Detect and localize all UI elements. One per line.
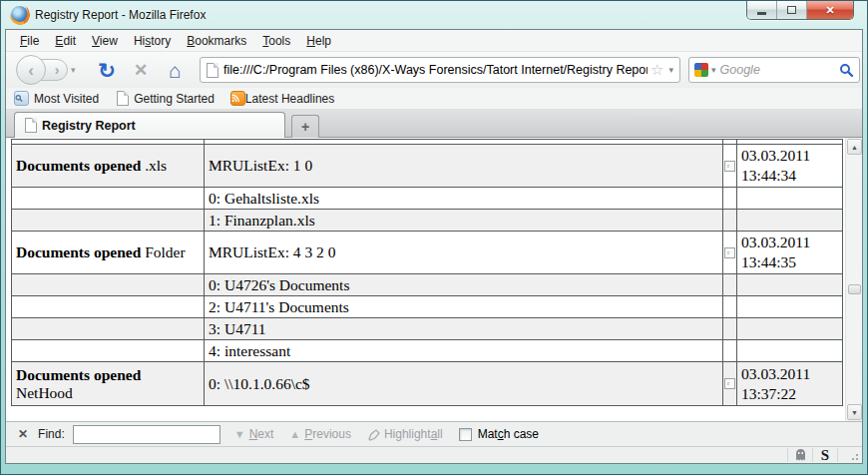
match-case-checkbox[interactable]	[459, 428, 472, 441]
row-label-rest: .xls	[145, 157, 167, 174]
bookmark-most-visited[interactable]: Most Visited	[14, 91, 99, 106]
menu-bookmarks[interactable]: Bookmarks	[179, 31, 254, 51]
menu-history[interactable]: History	[126, 31, 179, 51]
row-value-cell: MRUListEx: 1 0	[205, 145, 723, 188]
row-label-cell	[12, 274, 205, 296]
getting-started-icon	[117, 91, 129, 106]
minimize-button[interactable]	[747, 1, 777, 19]
bookmark-label: Most Visited	[34, 92, 99, 106]
window-controls: ✕	[746, 1, 854, 20]
row-label-cell: Documents opened Folder	[12, 232, 205, 274]
scroll-down-icon: ▼	[851, 409, 858, 416]
search-box: ▾	[688, 57, 860, 83]
row-date-cell	[737, 210, 843, 232]
row-value-cell: MRUListEx: 4 3 2 0	[205, 232, 723, 274]
find-next-button[interactable]: ▼ Next	[234, 427, 274, 441]
next-arrow-icon: ▼	[234, 428, 245, 440]
menu-bar: File Edit View History Bookmarks Tools H…	[6, 30, 862, 52]
find-close-icon[interactable]: ✕	[18, 427, 28, 441]
row-label-cell	[12, 188, 205, 210]
tab-label: Registry Report	[42, 119, 136, 133]
title-bar[interactable]: Registry Report - Mozilla Firefox ✕	[1, 1, 867, 29]
bookmark-label: Getting Started	[134, 92, 215, 106]
status-bar: S	[6, 446, 862, 463]
scrollbar-thumb[interactable]	[848, 284, 861, 294]
menu-label: ools	[268, 34, 290, 48]
back-icon: ‹	[28, 62, 34, 79]
browser-client-area: File Edit View History Bookmarks Tools H…	[5, 29, 863, 464]
firefox-icon[interactable]	[11, 6, 28, 23]
navigation-toolbar: ‹ › ▾ ↻ ✕ ⌂ ☆ ▾ ▾	[6, 52, 862, 88]
row-date-cell: 03.03.2011 13:44:35	[737, 232, 843, 274]
close-button[interactable]: ✕	[807, 1, 853, 19]
back-forward-group: ‹ › ▾	[16, 55, 76, 85]
row-label-rest: Folder	[145, 243, 185, 260]
url-dropdown-icon[interactable]: ▾	[666, 65, 675, 75]
scroll-up-icon: ▲	[851, 144, 858, 151]
maximize-icon	[787, 6, 796, 14]
row-date-cell	[737, 318, 843, 340]
reload-icon: ↻	[98, 60, 116, 81]
registry-report-table: Documents opened .xls MRUListEx: 1 0 r 0…	[11, 139, 843, 406]
find-next-label: ext	[257, 427, 273, 441]
scroll-down-button[interactable]: ▼	[847, 404, 862, 420]
menu-help[interactable]: Help	[298, 31, 339, 51]
reload-button[interactable]: ↻	[94, 56, 120, 84]
row-label-cell: Documents opened .xls	[12, 145, 205, 188]
bookmark-getting-started[interactable]: Getting Started	[115, 91, 215, 106]
row-date-cell	[737, 274, 843, 296]
history-dropdown-icon[interactable]: ▾	[71, 65, 76, 75]
window-resize-grip[interactable]	[846, 448, 860, 462]
menu-view[interactable]: View	[84, 31, 126, 51]
menu-edit[interactable]: Edit	[47, 31, 84, 51]
highlight-all-button[interactable]: Highlight all	[367, 427, 443, 441]
new-tab-icon: +	[301, 119, 309, 135]
match-case-toggle[interactable]: Match case	[459, 427, 539, 441]
page-icon	[207, 63, 218, 78]
find-previous-label: P	[304, 427, 312, 441]
row-date-cell	[737, 296, 843, 318]
home-button[interactable]: ⌂	[162, 56, 188, 84]
ghostery-extension-icon[interactable]	[788, 447, 812, 464]
scroll-up-button[interactable]: ▲	[847, 139, 862, 155]
menu-label: tory	[151, 34, 171, 48]
new-tab-button[interactable]: +	[291, 115, 319, 138]
stop-button[interactable]: ✕	[128, 56, 154, 84]
row-value-cell: 1: Finanzplan.xls	[205, 210, 723, 232]
url-bar: ☆ ▾	[200, 57, 680, 83]
find-bar: ✕ Find: ▼ Next ▲ Previous Highlight all …	[6, 421, 862, 446]
find-previous-button[interactable]: ▲ Previous	[289, 427, 351, 441]
table-row: 1: Finanzplan.xls	[12, 210, 843, 232]
row-date-cell: 03.03.2011 13:44:34	[737, 145, 843, 188]
search-magnifier-icon[interactable]	[839, 63, 854, 78]
noscript-s-glyph: S	[821, 448, 829, 463]
bookmark-latest-headlines[interactable]: Latest Headlines	[230, 91, 334, 106]
highlighter-icon	[367, 428, 380, 441]
google-logo-icon	[694, 63, 708, 77]
noscript-extension-icon[interactable]: S	[813, 447, 837, 464]
home-icon: ⌂	[169, 60, 182, 81]
find-input[interactable]	[73, 425, 220, 444]
search-input[interactable]	[720, 63, 839, 77]
row-label-bold: Documents opened	[16, 243, 141, 260]
page-content: Documents opened .xls MRUListEx: 1 0 r 0…	[6, 138, 862, 421]
row-label-cell: Documents opened NetHood	[12, 362, 205, 406]
menu-label: dit	[63, 34, 76, 48]
maximize-button[interactable]	[777, 1, 807, 19]
row-marker-cell: r	[723, 145, 737, 188]
marker-placeholder-icon: r	[724, 161, 735, 172]
bookmark-star-icon[interactable]: ☆	[651, 61, 663, 79]
menu-tools[interactable]: Tools	[254, 31, 298, 51]
menu-file[interactable]: File	[12, 31, 47, 51]
vertical-scrollbar[interactable]: ▲ ▼	[845, 138, 862, 421]
find-next-label: N	[249, 427, 258, 441]
find-label: Find:	[38, 427, 65, 441]
table-row: Documents opened Folder MRUListEx: 4 3 2…	[12, 232, 843, 274]
highlight-all-label: a	[431, 427, 438, 441]
bookmarks-toolbar: Most Visited Getting Started Latest Head…	[6, 88, 862, 110]
search-engine-dropdown-icon[interactable]: ▾	[711, 65, 716, 75]
row-value-cell: 3: U4711	[205, 318, 723, 340]
tab-registry-report[interactable]: Registry Report	[14, 112, 285, 138]
back-button[interactable]: ‹	[16, 55, 46, 85]
url-input[interactable]	[223, 63, 648, 77]
